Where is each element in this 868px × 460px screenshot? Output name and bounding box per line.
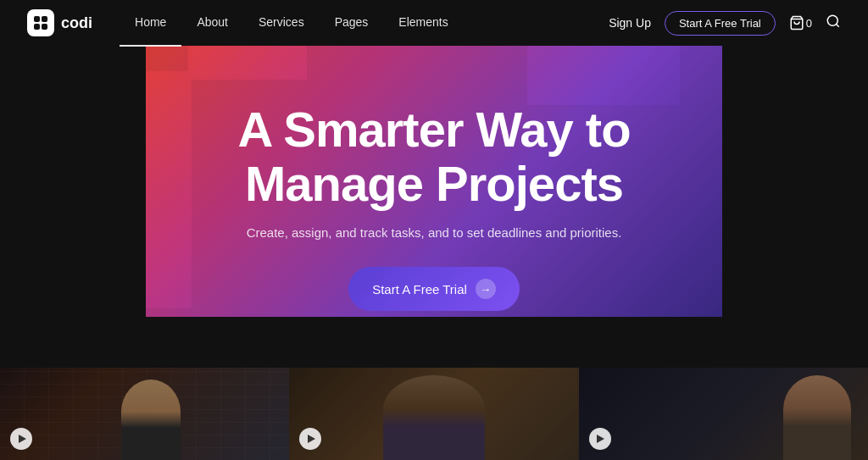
nav-item-home[interactable]: Home — [120, 0, 181, 47]
logo-text: codi — [61, 14, 92, 32]
thumbnail-1 — [0, 368, 289, 460]
thumbnails-section — [0, 368, 868, 460]
thumbnail-3 — [579, 368, 868, 460]
svg-point-5 — [827, 15, 837, 25]
thumbnail-2 — [289, 368, 578, 460]
navbar: codi Home About Services Pages Elements … — [0, 0, 868, 46]
svg-rect-3 — [42, 24, 47, 30]
play-button-1[interactable] — [10, 428, 32, 450]
svg-rect-0 — [34, 16, 40, 22]
hero-title: A Smarter Way to Manage Projects — [237, 103, 630, 211]
logo-icon — [27, 9, 54, 36]
hero-content: A Smarter Way to Manage Projects Create,… — [220, 103, 647, 312]
play-button-2[interactable] — [299, 428, 321, 450]
hero-cta-label: Start A Free Trial — [372, 282, 467, 297]
sign-up-button[interactable]: Sign Up — [609, 16, 651, 30]
nav-item-elements[interactable]: Elements — [383, 0, 463, 45]
hero-subtitle: Create, assign, and track tasks, and to … — [237, 225, 630, 240]
play-button-3[interactable] — [589, 428, 611, 450]
logo[interactable]: codi — [27, 9, 92, 36]
svg-rect-2 — [34, 24, 40, 30]
hero-cta-button[interactable]: Start A Free Trial → — [348, 267, 520, 311]
arrow-circle-icon: → — [476, 279, 496, 299]
nav-links: Home About Services Pages Elements — [120, 0, 464, 47]
svg-line-6 — [836, 24, 838, 26]
cart-count: 0 — [806, 17, 812, 30]
cart-button[interactable]: 0 — [789, 15, 812, 30]
hero-section: A Smarter Way to Manage Projects Create,… — [0, 46, 868, 368]
nav-item-services[interactable]: Services — [243, 0, 320, 45]
svg-rect-1 — [42, 16, 47, 22]
search-button[interactable] — [826, 14, 841, 32]
start-trial-nav-button[interactable]: Start A Free Trial — [665, 11, 776, 36]
nav-item-pages[interactable]: Pages — [320, 0, 384, 45]
nav-right: Sign Up Start A Free Trial 0 — [609, 11, 841, 36]
nav-item-about[interactable]: About — [181, 0, 243, 45]
